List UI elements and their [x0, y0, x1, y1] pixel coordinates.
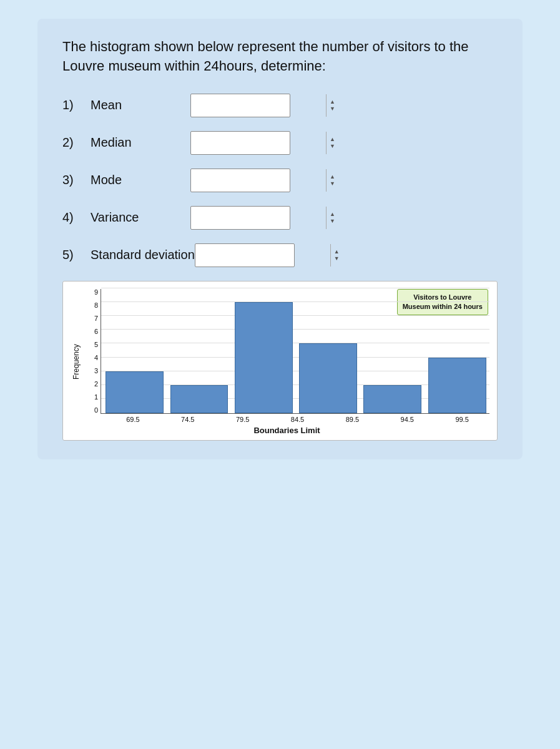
q3-spinner-box[interactable]: ▲ ▼	[190, 169, 290, 192]
y-labels-col: 0123456789	[84, 289, 98, 414]
y-tick-label: 7	[94, 315, 98, 322]
q2-num: 2)	[62, 135, 91, 150]
q2-arrow-down[interactable]: ▼	[330, 143, 335, 150]
q3-arrow-up[interactable]: ▲	[330, 174, 335, 180]
y-tick-label: 8	[94, 302, 98, 309]
bar-group	[102, 289, 167, 413]
grid-line	[101, 288, 489, 288]
chart-plot: 0123456789 69.574.579.584.589.594.599.5 …	[84, 289, 489, 435]
q3-arrow-down[interactable]: ▼	[330, 180, 335, 187]
q4-label: Variance	[91, 210, 190, 225]
q4-arrow-up[interactable]: ▲	[330, 211, 335, 218]
chart-container: Visitors to Louvre Museum within 24 hour…	[62, 281, 498, 441]
q3-input[interactable]	[191, 169, 326, 192]
y-tick-label: 4	[94, 355, 98, 361]
bars-area	[101, 289, 489, 414]
histogram-bar	[170, 385, 228, 413]
histogram-bar	[235, 302, 293, 413]
q1-num: 1)	[62, 98, 91, 112]
q1-spinner-box[interactable]: ▲ ▼	[190, 94, 290, 117]
page-title: The histogram shown below represent the …	[62, 37, 498, 76]
q2-input[interactable]	[191, 132, 326, 154]
q2-arrow-up[interactable]: ▲	[330, 136, 335, 143]
q5-arrow-down[interactable]: ▼	[334, 255, 340, 262]
q2-arrows[interactable]: ▲ ▼	[326, 132, 338, 154]
histogram-bar	[106, 371, 164, 413]
question-row-5: 5) Standard deviation ▲ ▼	[62, 243, 498, 267]
bar-group	[360, 289, 425, 413]
chart-inner: Frequency 0123456789 69.574.579.584.589.…	[71, 289, 489, 435]
x-tick-label: 89.5	[325, 416, 380, 423]
x-tick-label: 79.5	[215, 416, 270, 423]
q1-arrow-up[interactable]: ▲	[330, 99, 335, 105]
x-tick-label: 94.5	[380, 416, 435, 423]
y-tick-label: 2	[94, 381, 98, 388]
q1-input[interactable]	[191, 94, 326, 117]
x-tick-label: 99.5	[435, 416, 489, 423]
q5-arrow-up[interactable]: ▲	[334, 248, 340, 255]
q4-input[interactable]	[191, 207, 326, 229]
q4-arrows[interactable]: ▲ ▼	[326, 207, 338, 229]
bar-group	[296, 289, 360, 413]
question-row-3: 3) Mode ▲ ▼	[62, 169, 498, 192]
y-tick-label: 0	[94, 407, 98, 414]
bar-group	[425, 289, 489, 413]
question-row-1: 1) Mean ▲ ▼	[62, 94, 498, 117]
main-container: The histogram shown below represent the …	[37, 19, 523, 459]
y-tick-label: 9	[94, 289, 98, 296]
x-axis-ticks: 69.574.579.584.589.594.599.5	[106, 414, 489, 423]
q2-spinner-box[interactable]: ▲ ▼	[190, 131, 290, 155]
q3-arrows[interactable]: ▲ ▼	[326, 169, 338, 192]
y-tick-label: 6	[94, 328, 98, 335]
q5-num: 5)	[62, 248, 91, 262]
q5-spinner-box[interactable]: ▲ ▼	[195, 243, 295, 267]
bar-group	[232, 289, 296, 413]
q1-arrow-down[interactable]: ▼	[330, 105, 335, 112]
q5-arrows[interactable]: ▲ ▼	[330, 244, 343, 267]
q4-spinner-box[interactable]: ▲ ▼	[190, 206, 290, 230]
histogram-bar	[428, 358, 486, 413]
y-tick-label: 3	[94, 368, 98, 374]
y-axis-label: Frequency	[71, 289, 82, 435]
bar-group	[167, 289, 231, 413]
question-row-4: 4) Variance ▲ ▼	[62, 206, 498, 230]
q1-arrows[interactable]: ▲ ▼	[326, 94, 338, 117]
histogram-bar	[299, 343, 357, 413]
histogram-bar	[363, 385, 421, 413]
q4-arrow-down[interactable]: ▼	[330, 218, 335, 225]
q2-label: Median	[91, 135, 190, 150]
q4-num: 4)	[62, 210, 91, 225]
question-row-2: 2) Median ▲ ▼	[62, 131, 498, 155]
y-tick-label: 1	[94, 394, 98, 401]
q3-num: 3)	[62, 173, 91, 187]
q3-label: Mode	[91, 173, 190, 187]
bars-row: 0123456789	[84, 289, 489, 414]
x-tick-label: 74.5	[160, 416, 215, 423]
x-axis-label: Boundaries Limit	[84, 426, 489, 435]
q1-label: Mean	[91, 98, 190, 112]
y-tick-label: 5	[94, 341, 98, 348]
x-tick-label: 84.5	[270, 416, 325, 423]
q5-label: Standard deviation	[91, 248, 195, 262]
q5-input[interactable]	[195, 244, 330, 267]
x-tick-label: 69.5	[106, 416, 160, 423]
